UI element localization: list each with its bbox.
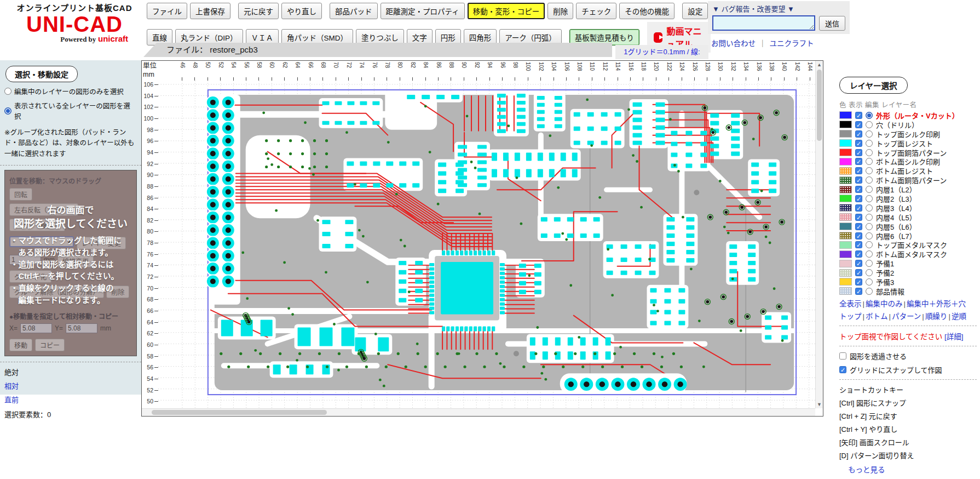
group-button[interactable]: グループ化	[9, 270, 51, 283]
layer-color-swatch[interactable]	[839, 130, 852, 138]
layer-visible-checkbox[interactable]: ✓	[855, 223, 862, 230]
toolbar-button[interactable]: 部品パッド	[330, 3, 378, 19]
layer-edit-radio[interactable]	[866, 167, 873, 174]
layer-visible-checkbox[interactable]: ✓	[855, 214, 862, 221]
vertical-scrollbar[interactable]: ▲ ▼	[815, 61, 823, 408]
layer-color-swatch[interactable]	[839, 287, 852, 295]
toolbar-button[interactable]: 設定	[682, 3, 708, 19]
drawing-option[interactable]: 図形を透過させる	[839, 351, 977, 361]
layer-visible-checkbox[interactable]: ✓	[855, 158, 862, 165]
layer-visible-checkbox[interactable]: ✓	[855, 130, 862, 138]
layer-color-swatch[interactable]	[839, 186, 852, 193]
layer-change-button[interactable]: レイヤー変更	[77, 237, 126, 249]
radio-icon[interactable]	[4, 107, 11, 115]
layer-visible-checkbox[interactable]: ✓	[855, 167, 862, 174]
layer-edit-radio[interactable]	[866, 112, 873, 119]
radio-icon[interactable]	[4, 88, 11, 95]
layer-edit-radio[interactable]	[866, 140, 873, 147]
layer-visible-checkbox[interactable]: ✓	[855, 260, 862, 267]
pcb-drawing[interactable]	[158, 81, 815, 408]
selection-mode-radio[interactable]: 表示されている全レイヤーの図形を選択	[4, 100, 137, 121]
layer-visible-checkbox[interactable]: ✓	[855, 149, 862, 156]
group-button[interactable]: 削除	[106, 286, 129, 298]
transform-button[interactable]: 左右反転（ミラー）	[9, 203, 78, 216]
layer-color-swatch[interactable]	[839, 232, 852, 239]
coordinate-mode-link[interactable]: 相対	[4, 380, 137, 391]
layer-color-swatch[interactable]	[839, 139, 852, 147]
layer-color-swatch[interactable]	[839, 241, 852, 249]
layer-visible-checkbox[interactable]: ✓	[855, 288, 862, 295]
layer-select-dropdown[interactable]: - ▾	[9, 236, 74, 247]
transform-button[interactable]: 回転	[9, 188, 32, 201]
layer-visible-checkbox[interactable]: ✓	[855, 269, 862, 276]
move-y-input[interactable]	[66, 323, 97, 333]
layer-filter-link[interactable]: トップ	[839, 312, 862, 321]
layer-color-swatch[interactable]	[839, 149, 852, 156]
layer-visible-checkbox[interactable]: ✓	[855, 241, 862, 248]
layer-color-swatch[interactable]	[839, 111, 852, 119]
layer-color-swatch[interactable]	[839, 213, 852, 221]
layer-color-swatch[interactable]	[839, 158, 852, 166]
more-shortcuts-link[interactable]: もっと見る	[848, 464, 977, 475]
line-width-button[interactable]: 線幅変更	[57, 255, 94, 267]
layer-color-swatch[interactable]	[839, 278, 852, 286]
layer-edit-radio[interactable]	[866, 130, 873, 138]
drawing-option[interactable]: ✓グリッドにスナップして作図	[839, 364, 977, 375]
layer-edit-radio[interactable]	[866, 186, 873, 193]
layer-edit-radio[interactable]	[866, 149, 873, 156]
layer-color-swatch[interactable]	[839, 176, 852, 184]
layer-edit-radio[interactable]	[866, 250, 873, 258]
layer-visible-checkbox[interactable]: ✓	[855, 232, 862, 239]
layer-color-swatch[interactable]	[839, 195, 852, 202]
toolbar-button[interactable]: その他の機能	[619, 3, 675, 19]
toolbar-button[interactable]: 元に戻す	[238, 3, 279, 19]
copy-button[interactable]: コピー	[35, 339, 65, 351]
toolbar-button[interactable]: 上書保存	[190, 3, 230, 19]
layer-edit-radio[interactable]	[866, 269, 873, 276]
horizontal-scrollbar[interactable]	[142, 408, 815, 416]
layer-filter-link[interactable]: 順繰り	[925, 312, 948, 321]
layer-color-swatch[interactable]	[839, 121, 852, 128]
layer-edit-radio[interactable]	[866, 195, 873, 202]
bug-report-textarea[interactable]	[712, 15, 815, 31]
layer-visible-checkbox[interactable]: ✓	[855, 186, 862, 193]
layer-edit-radio[interactable]	[866, 121, 873, 128]
checkbox-icon[interactable]: ✓	[839, 366, 846, 373]
vertical-scroll-thumb[interactable]	[817, 70, 822, 141]
layer-visible-checkbox[interactable]: ✓	[855, 204, 862, 212]
checkbox-icon[interactable]	[839, 352, 846, 360]
toolbar-button[interactable]: 移動・変形・コピー	[468, 3, 545, 19]
contact-link[interactable]: お問い合わせ	[711, 39, 756, 48]
layer-edit-radio[interactable]	[866, 158, 873, 165]
toolbar-button[interactable]: ファイル	[147, 3, 187, 19]
toolbar-button[interactable]: やり直し	[281, 3, 322, 19]
layer-filter-link[interactable]: 逆順	[952, 312, 966, 321]
layer-edit-radio[interactable]	[866, 260, 873, 267]
move-x-input[interactable]	[20, 323, 52, 333]
move-button[interactable]: 移動	[9, 339, 32, 351]
bug-send-button[interactable]: 送信	[819, 16, 845, 31]
layer-color-swatch[interactable]	[839, 167, 852, 175]
coordinate-mode-link[interactable]: 直前	[4, 394, 137, 404]
notice-detail-link[interactable]: [詳細]	[944, 333, 964, 341]
layer-edit-radio[interactable]	[866, 214, 873, 221]
toolbar-button[interactable]: 距離測定・プロパティ	[381, 3, 465, 19]
layer-filter-link[interactable]: 編集中のみ	[866, 300, 903, 308]
layer-edit-radio[interactable]	[866, 278, 873, 286]
layer-color-swatch[interactable]	[839, 269, 852, 277]
pcb-canvas[interactable]	[158, 81, 815, 408]
layer-filter-link[interactable]: 編集中＋外形＋穴	[907, 300, 966, 308]
layer-visible-checkbox[interactable]: ✓	[855, 140, 862, 147]
layer-filter-link[interactable]: パターン	[892, 312, 921, 321]
horizontal-scroll-thumb[interactable]	[152, 410, 327, 415]
layer-color-swatch[interactable]	[839, 260, 852, 267]
toolbar-button[interactable]: 削除	[547, 3, 573, 19]
scroll-up-icon[interactable]: ▲	[816, 61, 823, 69]
unicraft-link[interactable]: ユニクラフト	[770, 39, 814, 48]
layer-edit-radio[interactable]	[866, 204, 873, 212]
layer-filter-link[interactable]: 全表示	[839, 300, 862, 308]
layer-color-swatch[interactable]	[839, 223, 852, 230]
layer-visible-checkbox[interactable]: ✓	[855, 176, 862, 184]
layer-edit-radio[interactable]	[866, 223, 873, 230]
line-width-input[interactable]	[9, 255, 41, 265]
